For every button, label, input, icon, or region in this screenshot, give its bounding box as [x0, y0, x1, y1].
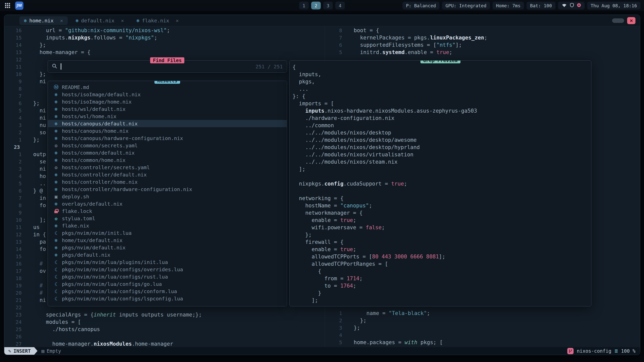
workspace-button-1[interactable]: 1	[299, 2, 309, 10]
result-item[interactable]: ☾pkgs/nvim/nvim/lua/configs/rust.lua	[48, 273, 287, 280]
result-path: hosts/controller/home.nix	[62, 179, 138, 185]
tab-label: default.nix	[81, 18, 114, 24]
apps-grid-icon[interactable]	[4, 2, 12, 10]
result-path: pkgs/nvim/nvim/lua/configs/conform.lua	[62, 288, 177, 294]
tab-default.nix[interactable]: ❄default.nix×	[71, 16, 129, 25]
preview-code: { inputs, pkgs, ...}: { imports = [ inpu…	[293, 64, 591, 304]
result-item[interactable]: ☾pkgs/nvim/nvim/lua/configs/go.lua	[48, 280, 287, 288]
code-pane-right-bottom[interactable]: 1 name = "Tela-black";2 };3};45home.pack…	[325, 310, 640, 346]
line-number: 5	[325, 339, 342, 346]
result-item[interactable]: ❄pkgs/nvim/default.nix	[48, 244, 287, 251]
topbar-left: JW	[4, 2, 23, 10]
result-item[interactable]: ☾pkgs/nvim/nvim/lua/plugins/init.lua	[48, 258, 287, 266]
code-line: ../../modules/nixos/steam.nix	[293, 158, 591, 166]
line-number: 9	[4, 78, 22, 85]
tab-close-icon[interactable]: ×	[60, 18, 63, 24]
workspace-button-4[interactable]: 4	[335, 2, 345, 10]
result-item[interactable]: ❄hosts/controller/default.nix	[48, 171, 287, 178]
code-line: ...	[293, 85, 591, 93]
result-item[interactable]: ❄hosts/isoImage/default.nix	[48, 91, 287, 98]
mode-label: INSERT	[13, 348, 31, 354]
result-item[interactable]: ✿stylua.toml	[48, 215, 287, 222]
result-item[interactable]: ❄home/tux/default.nix	[48, 237, 287, 244]
result-item[interactable]: flake.lock	[48, 207, 287, 215]
lock-file-icon	[52, 207, 60, 215]
nix-file-icon: ❄	[52, 201, 60, 207]
code-line: ../../modules/nixos/desktop/hyprland	[293, 144, 591, 151]
result-item[interactable]: ❄hosts/controller/home.nix	[48, 178, 287, 186]
code-line	[293, 173, 591, 180]
line-number: 26	[4, 333, 22, 340]
workspace-button-2[interactable]: 2	[311, 2, 321, 10]
wifi-icon	[561, 3, 567, 8]
result-item[interactable]: ❄hosts/canopus/home.nix	[48, 127, 287, 134]
pencil-icon: ✎	[8, 348, 11, 354]
result-item[interactable]: ☾pkgs/nvim/nvim/lua/configs/conform.lua	[48, 288, 287, 295]
result-item[interactable]: ⚙hosts/controller/secrets.yaml	[48, 164, 287, 171]
result-item[interactable]: ❄pkgs/default.nix	[48, 251, 287, 258]
workspace-switcher: 1234	[299, 2, 345, 10]
code-line: enable = true;	[293, 246, 591, 253]
clock-text: Thu Aug 08, 18:16	[591, 3, 637, 8]
result-item[interactable]: ⓂREADME.md	[48, 83, 287, 91]
result-path: hosts/isoImage/default.nix	[62, 92, 141, 98]
tab-flake.nix[interactable]: ❄flake.nix×	[132, 16, 183, 25]
result-item[interactable]: ❄hosts/common/default.nix	[48, 149, 287, 156]
result-item[interactable]: ☾pkgs/nvim/nvim/lua/configs/overrides.lu…	[48, 266, 287, 273]
find-files-title: Find Files	[150, 57, 184, 63]
code-line: from = 1714;	[293, 275, 591, 282]
code-line: nixpkgs.config.cudaSupport = true;	[293, 180, 591, 188]
code-line: wifi.powersave = false;	[293, 224, 591, 231]
result-item[interactable]: ☾pkgs/nvim/nvim/init.lua	[48, 229, 287, 237]
result-item[interactable]: ❄hosts/canopus/default.nix	[48, 120, 287, 127]
result-item[interactable]: ▣deploy.sh	[48, 193, 287, 200]
result-item[interactable]: ❄overlays/default.nix	[48, 200, 287, 207]
result-item[interactable]: ❄flake.nix	[48, 222, 287, 229]
tab-close-icon[interactable]: ×	[121, 18, 124, 24]
result-path: hosts/controller/default.nix	[62, 172, 147, 178]
result-item[interactable]: ❄hosts/wsl/default.nix	[48, 105, 287, 113]
result-item[interactable]: ⚙hosts/common/secrets.yaml	[48, 142, 287, 149]
code-line: to = 1764;	[293, 282, 591, 290]
line-number: 6	[325, 41, 342, 49]
line-number: 12	[4, 231, 22, 238]
result-item[interactable]: ❄hosts/controller/hardware-configuration…	[48, 186, 287, 193]
toggle-pill-button[interactable]	[612, 18, 624, 23]
find-files-prompt[interactable]: Find Files 251 / 251	[48, 60, 287, 73]
line-number: 23	[4, 144, 22, 151]
code-pane-right-top[interactable]: 8boot = {7 kernelPackages = pkgs.linuxPa…	[325, 26, 640, 56]
nix-file-icon: ❄	[52, 114, 60, 119]
code-line	[293, 188, 591, 195]
nix-file-icon: ❄	[52, 187, 60, 192]
logo-badge[interactable]: JW	[15, 2, 23, 10]
window-close-button[interactable]: ×	[627, 17, 635, 24]
result-item[interactable]: ☾pkgs/nvim/nvim/lua/configs/lspconfig.lu…	[48, 295, 287, 302]
tab-home.nix[interactable]: ❄home.nix×	[19, 16, 68, 25]
line-number: 21	[4, 297, 22, 304]
results-list: ⓂREADME.md❄hosts/isoImage/default.nix❄ho…	[48, 83, 287, 302]
code-line: }: {	[293, 93, 591, 100]
result-path: pkgs/nvim/nvim/lua/configs/lspconfig.lua	[62, 296, 183, 302]
code-line: 15 inputs.nixpkgs.follows = "nixpkgs";	[4, 34, 325, 41]
lines-icon: ≡	[615, 348, 618, 354]
result-item[interactable]: ❄hosts/canopus/hardware-configuration.ni…	[48, 134, 287, 142]
code-line: 7 kernelPackages = pkgs.linuxPackages_ze…	[325, 34, 640, 41]
media-icon	[577, 3, 581, 8]
result-path: flake.lock	[62, 208, 92, 214]
result-item[interactable]: ❄hosts/common/home.nix	[48, 156, 287, 164]
code-line: ];	[293, 166, 591, 173]
line-number: 19	[4, 282, 22, 289]
line-number: 7	[325, 34, 342, 41]
system-tray[interactable]	[558, 2, 585, 10]
line-number: 23	[4, 311, 22, 319]
code-line: };	[293, 231, 591, 239]
result-item[interactable]: ❄hosts/wsl/home.nix	[48, 113, 287, 120]
workspace-button-3[interactable]: 3	[323, 2, 333, 10]
nix-file-icon: ❄	[52, 179, 60, 185]
result-path: pkgs/nvim/nvim/lua/configs/rust.lua	[62, 274, 168, 280]
result-item[interactable]: ❄hosts/isoImage/home.nix	[48, 98, 287, 105]
tab-close-icon[interactable]: ×	[176, 18, 179, 24]
line-number: 2	[4, 158, 22, 165]
result-path: hosts/wsl/default.nix	[62, 106, 126, 112]
top-bar: JW 1234 P: BalancedGPU: IntegratedHome: …	[0, 0, 644, 11]
